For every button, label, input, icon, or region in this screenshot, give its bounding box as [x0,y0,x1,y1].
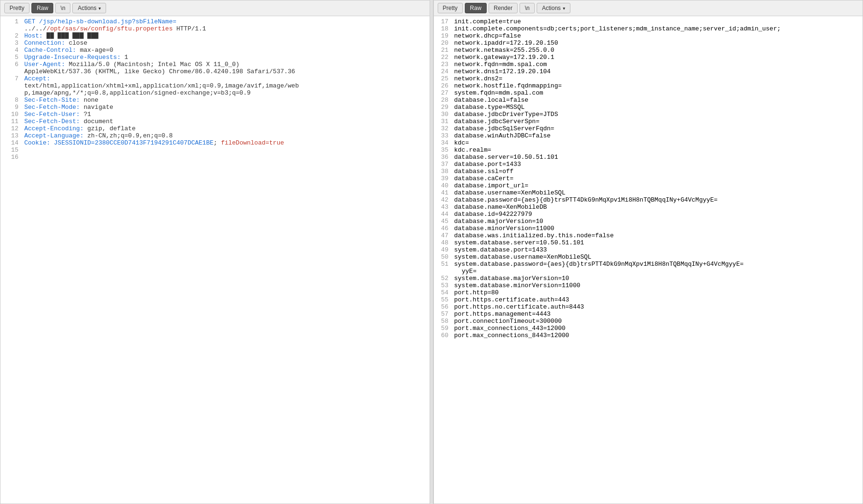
line-number: 48 [434,239,452,246]
line-number: 26 [434,82,452,89]
right-n-btn[interactable]: \n [520,3,535,13]
left-raw-btn[interactable]: Raw [31,3,53,13]
right-actions-btn[interactable]: Actions [537,3,570,13]
table-row: 18init.complete.components=db;certs;port… [434,25,863,32]
line-content: network.dns2= [452,75,863,82]
table-row: 47database.was.initialized.by.this.node=… [434,232,863,239]
line-content: database.ssl=off [452,168,863,175]
line-content: network.dhcp=false [452,32,863,39]
left-pretty-btn[interactable]: Pretty [4,3,29,13]
table-row: 20network.ipaddr=172.19.20.150 [434,39,863,47]
table-row: 33database.winAuthJDBC=false [434,132,863,139]
line-content: port.max_connections_443=12000 [452,325,863,332]
left-content: 1GET /jsp/help-sb-download.jsp?sbFileNam… [0,16,430,504]
line-content: port.max_connections_8443=12000 [452,332,863,339]
line-number: 12 [0,125,22,132]
table-row: 21network.netmask=255.255.0.0 [434,47,863,54]
table-row: 32database.jdbcSqlServerFqdn= [434,125,863,132]
table-row: 2Host: ██ ███ ███ ███ [0,32,430,39]
line-content: Cookie: JSESSIONID=2380CCE0D7413F7194291… [22,139,430,146]
table-row: 54port.http=80 [434,289,863,296]
line-number: 15 [0,146,22,154]
table-row: 53system.database.minorVersion=11000 [434,282,863,289]
table-row: 25network.dns2= [434,75,863,82]
right-pretty-btn[interactable]: Pretty [438,3,463,13]
left-panel: Pretty Raw \n Actions 1GET /jsp/help-sb-… [0,0,430,504]
right-content: 17init.complete=true18init.complete.comp… [434,16,863,504]
table-row: 39database.caCert= [434,175,863,182]
line-number: 55 [434,296,452,303]
table-row: 34kdc= [434,139,863,146]
right-raw-btn[interactable]: Raw [465,3,487,13]
left-actions-btn[interactable]: Actions [72,3,106,13]
table-row: yyE= [434,268,863,275]
table-row: 24network.dns1=172.19.20.104 [434,68,863,75]
table-row: 59port.max_connections_443=12000 [434,325,863,332]
line-number: 59 [434,325,452,332]
line-number: 20 [434,39,452,47]
table-row: 57port.https.management=4443 [434,310,863,318]
line-content: Upgrade-Insecure-Requests: 1 [22,54,430,61]
table-row: 16 [0,154,430,161]
line-number: 32 [434,125,452,132]
line-number: 2 [0,32,22,39]
line-number [0,68,22,75]
line-content: database.id=942227979 [452,211,863,218]
line-content: database.winAuthJDBC=false [452,132,863,139]
line-content: system.fqdn=mdm.spal.com [452,89,863,97]
line-number: 4 [0,47,22,54]
line-content: text/html,application/xhtml+xml,applicat… [22,82,430,89]
line-number: 44 [434,211,452,218]
right-code-block: 17init.complete=true18init.complete.comp… [434,18,863,339]
line-content: database.majorVersion=10 [452,218,863,225]
line-content: database.local=false [452,97,863,104]
line-content: Connection: close [22,39,430,47]
line-number: 13 [0,132,22,139]
line-content: kdc.realm= [452,146,863,154]
line-content: Accept-Encoding: gzip, deflate [22,125,430,132]
right-panel: Pretty Raw Render \n Actions 17init.comp… [433,0,863,504]
table-row: AppleWebKit/537.36 (KHTML, like Gecko) C… [0,68,430,75]
table-row: 41database.username=XenMobileSQL [434,189,863,196]
table-row: 38database.ssl=off [434,168,863,175]
left-code-block: 1GET /jsp/help-sb-download.jsp?sbFileNam… [0,18,430,161]
line-number: 21 [434,47,452,54]
line-content: network.dns1=172.19.20.104 [452,68,863,75]
line-number: 11 [0,118,22,125]
line-number: 60 [434,332,452,339]
right-render-btn[interactable]: Render [489,3,518,13]
left-n-btn[interactable]: \n [55,3,70,13]
line-content: database.was.initialized.by.this.node=fa… [452,232,863,239]
table-row: p,image/apng,*/*;q=0.8,application/signe… [0,89,430,97]
line-number: 9 [0,104,22,111]
line-content: init.complete.components=db;certs;port_l… [452,25,863,32]
table-row: 15 [0,146,430,154]
line-number: 19 [434,32,452,39]
line-number: 45 [434,218,452,225]
table-row: 11Sec-Fetch-Dest: document [0,118,430,125]
table-row: 6User-Agent: Mozilla/5.0 (Macintosh; Int… [0,61,430,68]
line-content: database.jdbcServerSpn= [452,118,863,125]
line-content: kdc= [452,139,863,146]
line-number: 17 [434,18,452,25]
line-content: system.database.username=XenMobileSQL [452,253,863,261]
line-content: Host: ██ ███ ███ ███ [22,32,430,39]
line-number: 53 [434,282,452,289]
line-content: port.https.no.certificate.auth=8443 [452,303,863,310]
left-toolbar: Pretty Raw \n Actions [0,0,430,16]
line-content: system.database.port=1433 [452,246,863,253]
line-content: database.jdbcDriverType=JTDS [452,111,863,118]
line-number: 27 [434,89,452,97]
table-row: 37database.port=1433 [434,161,863,168]
line-content: Sec-Fetch-Site: none [22,97,430,104]
line-number: 50 [434,253,452,261]
table-row: 5Upgrade-Insecure-Requests: 1 [0,54,430,61]
line-number: 1 [0,18,22,25]
line-number: 24 [434,68,452,75]
table-row: 4Cache-Control: max-age=0 [0,47,430,54]
table-row: 29database.type=MSSQL [434,104,863,111]
line-number: 16 [0,154,22,161]
line-number: 6 [0,61,22,68]
table-row: 19network.dhcp=false [434,32,863,39]
panel-divider[interactable] [430,0,433,504]
